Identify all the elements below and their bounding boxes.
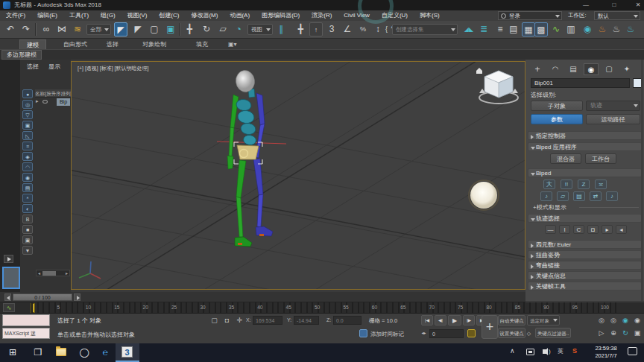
panel-scrollbar[interactable] — [641, 60, 643, 301]
tab-hierarchy[interactable]: ▤ — [566, 63, 581, 75]
tab-populate[interactable]: 填充 — [189, 39, 215, 49]
maximize-button[interactable]: □ — [610, 0, 619, 10]
selection-level-dropdown[interactable]: 轨迹 — [586, 101, 640, 111]
select-link-icon[interactable]: ∞ — [40, 22, 53, 36]
angle-snap-icon[interactable]: ∠ — [341, 22, 354, 36]
menu-views[interactable]: 视图(V) — [121, 10, 154, 21]
maxscript-mini-listener[interactable] — [2, 314, 50, 326]
explorer-icon-list[interactable]: ▤ — [22, 183, 33, 192]
mixer-mode-icon[interactable]: ≍ — [595, 180, 607, 189]
explorer-icon-half[interactable]: ◐ — [22, 204, 33, 213]
rollout-twist-poses[interactable]: 扭曲姿势 — [528, 250, 642, 259]
symmetry-icon[interactable]: ▸ — [602, 225, 613, 234]
explorer-menu-display[interactable]: 显示 — [48, 63, 60, 71]
app-circle-icon[interactable]: ◯ — [78, 346, 91, 359]
opposite-icon[interactable]: ◂ — [616, 225, 627, 234]
explorer-icon-camera[interactable]: ▣ — [22, 121, 33, 130]
reference-coord-dropdown[interactable]: 视图 — [247, 24, 273, 35]
filter-icon[interactable]: ▼ — [22, 246, 33, 255]
tab-create[interactable]: + — [530, 63, 545, 75]
go-start-button[interactable]: |◀ — [421, 315, 433, 326]
snap-toggle-icon[interactable]: ↑ — [309, 22, 323, 36]
time-tag-icon[interactable] — [359, 329, 367, 337]
menu-scripting[interactable]: 脚本(S) — [414, 10, 446, 21]
percent-snap-icon[interactable]: % — [356, 22, 370, 36]
curve-editor-icon[interactable]: ∿ — [549, 22, 563, 36]
explorer-icon-rotate[interactable]: ◎ — [22, 100, 33, 109]
material-editor-icon[interactable]: ◉ — [581, 22, 594, 36]
scale-icon[interactable]: ▱ — [216, 22, 230, 36]
viewport-layout-tab[interactable] — [2, 267, 20, 289]
prev-frame-arrow[interactable] — [4, 293, 11, 301]
set-keys-button[interactable]: + — [482, 315, 498, 339]
motion-paths-button[interactable]: 运动路径 — [586, 114, 640, 124]
ribbon-toggle-icon[interactable]: ▦ — [522, 22, 535, 36]
rollout-biped[interactable]: Biped — [528, 168, 642, 177]
coord-mode-icon[interactable]: ✛ — [235, 316, 244, 326]
tab-utilities[interactable]: ✦ — [619, 63, 634, 75]
explorer-icon-dome[interactable]: ◠ — [22, 162, 33, 171]
save-file-icon[interactable]: ▤ — [573, 191, 585, 201]
rollout-bend-links[interactable]: 弯曲链接 — [528, 261, 642, 270]
tab-modeling[interactable]: 建模 — [19, 39, 46, 49]
menu-customize[interactable]: 自定义(U) — [376, 10, 414, 21]
parameters-button[interactable]: 参数 — [531, 114, 583, 124]
zoom-extents-icon[interactable]: ◉ — [620, 315, 631, 326]
tab-modify[interactable]: ◠ — [548, 63, 563, 75]
auto-key-button[interactable]: 自动关键点 — [498, 315, 525, 326]
subobject-button[interactable]: 子对象 — [531, 101, 583, 111]
fov-icon[interactable]: ▷ — [596, 328, 607, 338]
menu-animation[interactable]: 动画(A) — [224, 10, 256, 21]
layer-manager-icon[interactable]: ≡ — [493, 22, 507, 36]
menu-tools[interactable]: 工具(T) — [63, 10, 95, 21]
menu-group[interactable]: 组(G) — [95, 10, 121, 21]
maximize-viewport-icon[interactable]: ▣ — [632, 328, 643, 338]
explorer-icon-helper[interactable]: ◺ — [22, 131, 33, 140]
explorer-icon-frame[interactable]: ▣ — [22, 235, 33, 244]
render-icon[interactable]: ♨ — [624, 22, 637, 36]
z-field[interactable]: 0.0 — [333, 316, 362, 325]
key-filters-button[interactable]: 关键点过滤器.. — [535, 328, 571, 338]
menu-rendering[interactable]: 渲染(R) — [306, 10, 338, 21]
mode-display-rollout[interactable]: +模式和显示 — [533, 203, 566, 212]
lock-com-icon[interactable]: ◘ — [587, 225, 599, 234]
workbench-button[interactable]: 工作台 — [585, 153, 616, 164]
close-button[interactable]: ✕ — [634, 0, 643, 10]
tab-object-paint[interactable]: 对象绘制 — [136, 39, 173, 49]
spinner-arrows-icon[interactable]: ◂▸ — [419, 328, 429, 338]
key-icon[interactable] — [467, 329, 476, 337]
rollout-biped-apps[interactable]: Biped 应用程序 — [528, 142, 642, 151]
menu-create[interactable]: 创建(C) — [153, 10, 185, 21]
ime-indicator[interactable]: 英 — [558, 347, 564, 355]
tab-motion[interactable]: ◉ — [584, 63, 599, 75]
select-object-icon[interactable]: ◤ — [114, 22, 127, 36]
key-filter-dropdown[interactable]: 选定对象 — [527, 315, 560, 326]
tray-clock[interactable]: 23:59:382021/7/7 — [587, 345, 625, 360]
zoom-all-icon[interactable]: ◎ — [608, 315, 619, 326]
explorer-scrollbar[interactable]: ◂▸ — [36, 270, 70, 276]
ribbon-config-icon[interactable]: ▣▾ — [228, 41, 243, 48]
tab-selection[interactable]: 选择 — [100, 39, 125, 49]
minimize-button[interactable]: — — [581, 0, 590, 10]
tab-display[interactable]: ▢ — [602, 63, 616, 75]
redo-icon[interactable]: ↷ — [19, 22, 33, 36]
tray-chevron-icon[interactable]: ∧ — [510, 347, 515, 355]
convert-icon[interactable]: ⇄ — [590, 191, 602, 201]
load-file-icon[interactable]: ▱ — [557, 191, 569, 201]
key-mode-icon[interactable]: ◇ — [524, 328, 534, 338]
track-bar[interactable]: ∿ 51015202530354045505560657075808590951… — [0, 302, 644, 314]
footstep-mode-icon[interactable]: !! — [561, 180, 572, 189]
select-by-name-icon[interactable]: ◤ — [131, 22, 145, 36]
eye-icon[interactable] — [42, 100, 48, 104]
figure-mode-icon[interactable]: 大 — [543, 180, 555, 189]
task-view-button[interactable]: ❐ — [31, 346, 45, 359]
edge-icon[interactable]: ℮ — [98, 346, 112, 359]
explorer-icon-light[interactable]: ▽ — [22, 110, 33, 119]
snap-3d-icon[interactable]: 3 — [325, 22, 338, 36]
menu-modifiers[interactable]: 修改器(M) — [185, 10, 224, 21]
rendered-frame-icon[interactable]: ♨ — [610, 22, 623, 36]
x-field[interactable]: 169.534 — [253, 316, 282, 325]
menu-file[interactable]: 文件(F) — [0, 10, 31, 21]
selection-lock-icon[interactable]: ◘ — [222, 316, 232, 326]
add-time-tag[interactable]: 添加时间标记 — [370, 331, 404, 338]
